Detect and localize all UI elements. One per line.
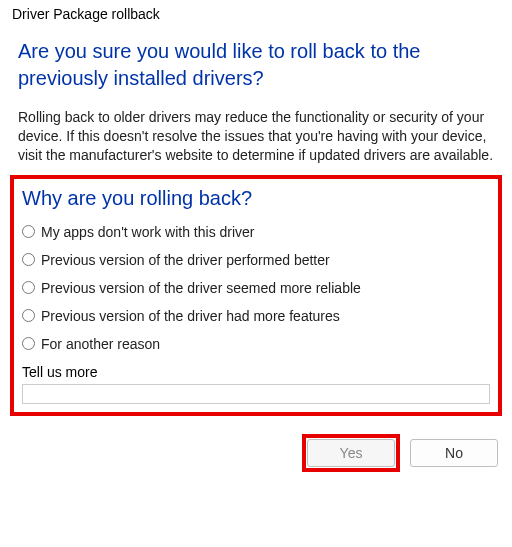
- reason-option[interactable]: Previous version of the driver seemed mo…: [22, 280, 490, 296]
- reason-option[interactable]: Previous version of the driver had more …: [22, 308, 490, 324]
- reason-label: Previous version of the driver performed…: [41, 252, 330, 268]
- reason-radio-2[interactable]: [22, 281, 35, 294]
- description-text: Rolling back to older drivers may reduce…: [18, 108, 494, 165]
- reason-label: Previous version of the driver had more …: [41, 308, 340, 324]
- reason-option[interactable]: My apps don't work with this driver: [22, 224, 490, 240]
- reason-radio-list: My apps don't work with this driver Prev…: [22, 224, 490, 352]
- dialog-button-row: Yes No: [0, 416, 512, 482]
- reason-radio-0[interactable]: [22, 225, 35, 238]
- confirm-heading: Are you sure you would like to roll back…: [18, 38, 494, 92]
- tell-us-more-input[interactable]: [22, 384, 490, 404]
- yes-button[interactable]: Yes: [307, 439, 395, 467]
- reason-option[interactable]: For another reason: [22, 336, 490, 352]
- reason-radio-4[interactable]: [22, 337, 35, 350]
- window-title: Driver Package rollback: [0, 0, 512, 28]
- yes-button-highlight: Yes: [302, 434, 400, 472]
- dialog-content: Are you sure you would like to roll back…: [0, 28, 512, 416]
- reason-label: Previous version of the driver seemed mo…: [41, 280, 361, 296]
- survey-highlight-box: Why are you rolling back? My apps don't …: [10, 175, 502, 416]
- reason-radio-3[interactable]: [22, 309, 35, 322]
- no-button[interactable]: No: [410, 439, 498, 467]
- reason-radio-1[interactable]: [22, 253, 35, 266]
- reason-label: For another reason: [41, 336, 160, 352]
- tell-us-more-label: Tell us more: [22, 364, 490, 380]
- reason-option[interactable]: Previous version of the driver performed…: [22, 252, 490, 268]
- survey-heading: Why are you rolling back?: [22, 187, 490, 210]
- reason-label: My apps don't work with this driver: [41, 224, 255, 240]
